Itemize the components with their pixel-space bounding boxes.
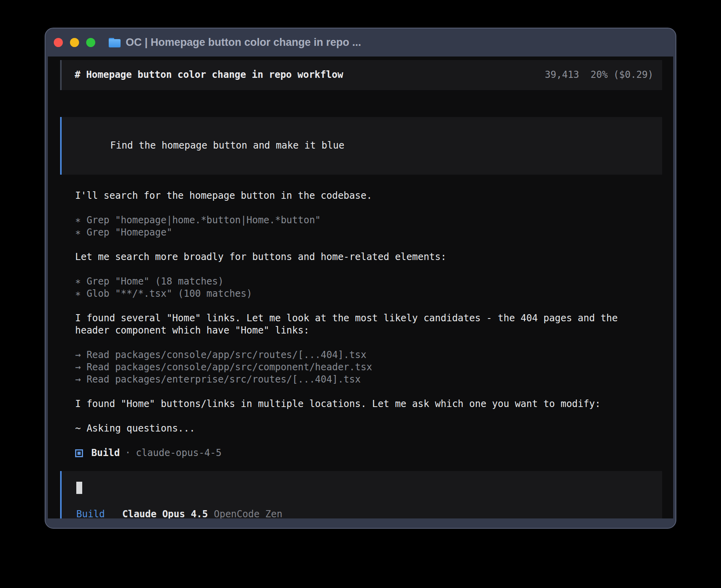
tool-call-glob: ∗ Glob "**/*.tsx" (100 matches) bbox=[75, 288, 662, 300]
input-agent-label[interactable]: Build bbox=[76, 508, 105, 518]
window-title: OC | Homepage button color change in rep… bbox=[126, 36, 361, 49]
folder-icon bbox=[109, 38, 121, 47]
input-meta: Build Claude Opus 4.5 OpenCode Zen bbox=[76, 508, 653, 518]
user-message: Find the homepage button and make it blu… bbox=[60, 117, 662, 175]
window-bottom-strip bbox=[45, 518, 676, 528]
tool-call-grep: ∗ Grep "Homepage" bbox=[75, 226, 662, 239]
tool-call-read: → Read packages/enterprise/src/routes/[.… bbox=[75, 373, 662, 386]
token-count: 39,413 bbox=[545, 69, 579, 80]
build-agent-icon bbox=[75, 449, 83, 457]
user-message-text: Find the homepage button and make it blu… bbox=[110, 140, 344, 151]
prompt-input[interactable]: Build Claude Opus 4.5 OpenCode Zen bbox=[60, 471, 662, 518]
text-cursor bbox=[76, 482, 82, 494]
input-model-label[interactable]: Claude Opus 4.5 bbox=[122, 508, 208, 518]
assistant-text: I'll search for the homepage button in t… bbox=[75, 190, 662, 202]
close-button[interactable] bbox=[54, 38, 63, 47]
agent-status-line: Build · claude-opus-4-5 bbox=[75, 447, 662, 459]
tool-call-read: → Read packages/console/app/src/componen… bbox=[75, 361, 662, 373]
session-title: # Homepage button color change in repo w… bbox=[75, 69, 343, 81]
assistant-text: Let me search more broadly for buttons a… bbox=[75, 251, 662, 263]
minimize-button[interactable] bbox=[70, 38, 79, 47]
agent-model: claude-opus-4-5 bbox=[136, 447, 222, 459]
window-controls bbox=[54, 38, 95, 47]
context-usage: 20% ($0.29) bbox=[591, 69, 653, 80]
terminal-content: # Homepage button color change in repo w… bbox=[48, 57, 673, 518]
assistant-text: I found "Home" buttons/links in multiple… bbox=[75, 398, 662, 410]
assistant-text: I found several "Home" links. Let me loo… bbox=[75, 312, 662, 324]
zoom-button[interactable] bbox=[86, 38, 95, 47]
assistant-text: header component which have "Home" links… bbox=[75, 324, 662, 337]
terminal-window: OC | Homepage button color change in rep… bbox=[45, 28, 676, 529]
session-header: # Homepage button color change in repo w… bbox=[60, 60, 662, 90]
tool-call-read: → Read packages/console/app/src/routes/[… bbox=[75, 349, 662, 361]
agent-name: Build bbox=[91, 447, 120, 459]
tool-call-grep: ∗ Grep "homepage|home.*button|Home.*butt… bbox=[75, 214, 662, 226]
asking-questions-status: ~ Asking questions... bbox=[75, 422, 662, 435]
tool-call-grep: ∗ Grep "Home" (18 matches) bbox=[75, 275, 662, 288]
window-titlebar[interactable]: OC | Homepage button color change in rep… bbox=[45, 28, 676, 57]
input-provider-label: OpenCode Zen bbox=[214, 508, 282, 518]
assistant-transcript: I'll search for the homepage button in t… bbox=[75, 190, 662, 459]
separator-dot: · bbox=[125, 447, 130, 459]
session-stats: 39,41320% ($0.29) bbox=[545, 69, 653, 81]
